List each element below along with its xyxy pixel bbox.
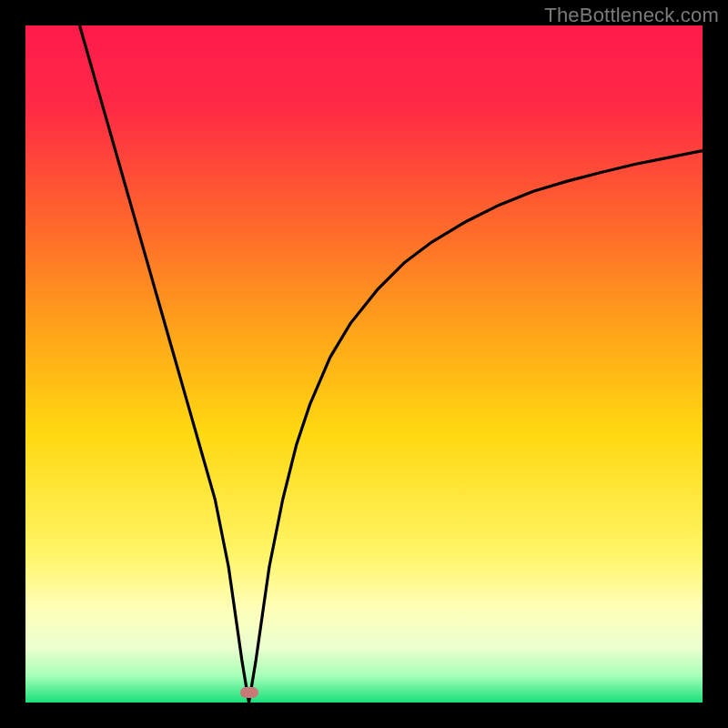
watermark-text: TheBottleneck.com: [544, 4, 719, 27]
chart-frame: TheBottleneck.com: [0, 0, 728, 728]
curve-path: [80, 25, 703, 703]
bottleneck-curve: [25, 25, 703, 703]
minimum-marker: [240, 687, 258, 698]
plot-area: [25, 25, 703, 703]
